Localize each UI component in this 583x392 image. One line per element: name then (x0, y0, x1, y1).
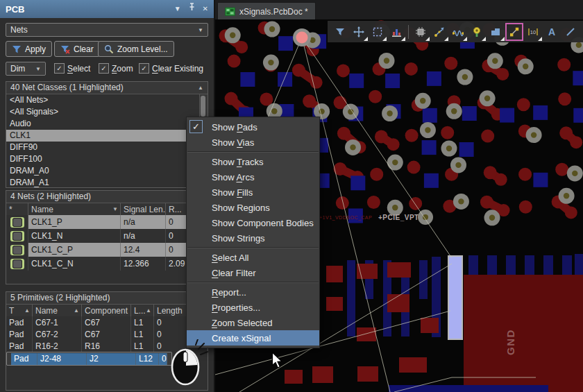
primitives-column-header[interactable]: Component (82, 305, 131, 316)
mouse-click-indicator (167, 339, 210, 389)
highlighted-via[interactable] (293, 28, 311, 46)
net-class-row[interactable]: Audio (6, 118, 200, 130)
net-classes-header[interactable]: 40 Net Classes (1 Highlighted) ▲ (6, 82, 208, 94)
menu-item-show-regions[interactable]: Show Regions (187, 200, 319, 215)
panel-pin-icon[interactable] (188, 0, 196, 18)
net-color-swatch[interactable] (10, 231, 24, 241)
net-class-row[interactable]: DIFF100 (6, 153, 200, 165)
net-name-cell: CLK1_P (28, 215, 121, 229)
toolbar-icon-dimension[interactable]: 10 (524, 23, 542, 41)
net-color-swatch[interactable] (10, 259, 24, 269)
menu-item-label: Show Pads (212, 122, 257, 133)
menu-item-report[interactable]: Report... (187, 284, 319, 300)
sort-asc-icon: ▲ (198, 82, 203, 94)
panel-close-icon[interactable]: ✕ (203, 0, 208, 18)
document-tab[interactable]: xSignals.PcbDoc * (217, 2, 316, 20)
menu-item-show-component-bodies[interactable]: Show Component Bodies (187, 215, 319, 230)
toolbar-icon-text[interactable]: A (543, 23, 561, 41)
option-clear-existing[interactable]: ✓Clear Existing (139, 63, 203, 74)
net-color-swatch[interactable] (10, 217, 24, 228)
sort-desc-icon: ▼ (112, 206, 118, 212)
menu-item-show-vias[interactable]: Show Vias (187, 135, 319, 150)
menu-item-zoom-selected[interactable]: Zoom Selected (187, 315, 319, 330)
primitive-component-cell: R16 (82, 340, 131, 352)
checkbox-icon: ✓ (99, 63, 109, 74)
primitive-row[interactable]: PadC67-1C67L10 (6, 316, 208, 328)
primitive-row[interactable]: PadJ2-48J2L120 (6, 352, 172, 366)
mouse-cursor (271, 352, 285, 370)
menu-item-label: Clear Filter (212, 268, 256, 278)
flyout-indicator (482, 37, 486, 41)
option-select[interactable]: ✓Select (54, 63, 90, 74)
gnd-plane-label: GND (505, 329, 516, 355)
flyout-indicator (401, 37, 405, 41)
net-color-swatch[interactable] (10, 245, 24, 255)
zoom-level-button[interactable]: Zoom Level... (98, 41, 174, 57)
menu-item-select-all[interactable]: Select All (187, 250, 319, 265)
primitive-t-cell: Pad (11, 353, 37, 365)
net-class-row[interactable]: DRAM_A1 (6, 177, 200, 188)
toolbar-icon-length-tuning[interactable] (449, 23, 467, 41)
nets-rows: CLK1_Pn/a0CLK1_Nn/a0CLK1_C_P12.40CLK1_C_… (6, 215, 208, 271)
toolbar-icon-component[interactable] (412, 23, 430, 41)
menu-item-properties[interactable]: Properties... (187, 300, 319, 315)
primitives-column-header[interactable]: L...▲ (131, 305, 154, 316)
checkbox-icon: ✓ (54, 63, 65, 74)
toolbar-icon-board-insight[interactable] (387, 23, 405, 41)
toolbar-icon-select-area[interactable] (369, 23, 387, 41)
clear-button[interactable]: Clear (54, 41, 100, 57)
net-class-row[interactable]: <All Nets> (6, 94, 200, 106)
toolbar-icon-polygon-pour[interactable] (487, 23, 505, 41)
menu-item-clear-filter[interactable]: Clear Filter (187, 265, 319, 280)
net-class-row[interactable]: DRAM_A0 (6, 165, 200, 177)
toolbar-icon-xsignal[interactable] (505, 23, 523, 41)
primitives-column-header[interactable]: Name▲ (33, 305, 82, 316)
highlighted-pad[interactable] (448, 256, 462, 339)
net-class-row[interactable]: <All Signals> (6, 106, 200, 118)
net-row[interactable]: CLK1_Nn/a0 (6, 229, 208, 243)
panel-view-select[interactable]: Nets ▼ (6, 23, 208, 37)
primitive-length-cell: 0 (159, 353, 167, 365)
menu-item-show-fills[interactable]: Show Fills (187, 185, 319, 200)
nets-column-header[interactable]: * (6, 203, 28, 215)
primitive-t-cell: Pad (6, 316, 33, 328)
dim-mode-select[interactable]: Dim ▼ (6, 62, 46, 76)
net-row[interactable]: CLK1_C_N12.3662.09 (6, 257, 208, 271)
scrollbar-thumb[interactable] (201, 96, 205, 117)
nets-header: 4 Nets (2 Highlighted) (6, 191, 208, 203)
primitive-row[interactable]: PadC67-2C67L10 (6, 328, 208, 340)
option-zoom[interactable]: ✓Zoom (99, 63, 133, 74)
menu-item-label: Show Component Bodies (212, 218, 314, 228)
toolbar-icon-move[interactable] (350, 23, 368, 41)
checkmark-icon: ✓ (189, 120, 203, 133)
menu-item-show-arcs[interactable]: Show Arcs (187, 169, 319, 185)
chevron-down-icon: ▼ (35, 66, 41, 72)
nets-column-headers: *Name▼Signal Len...R... (6, 203, 208, 215)
net-color-cell (6, 215, 28, 229)
net-row[interactable]: CLK1_C_P12.40 (6, 243, 208, 257)
net-label: +PCIE_VPTX (378, 214, 424, 221)
panel-title: PCB (6, 4, 167, 15)
toolbar-icon-interactive-route[interactable] (430, 23, 448, 41)
primitives-header: 5 Primitives (2 Highlighted) (6, 292, 208, 305)
toolbar-icon-line[interactable] (561, 23, 580, 41)
net-class-row[interactable]: DIFF90 (6, 142, 200, 153)
menu-item-label: Select All (212, 253, 248, 263)
menu-item-show-strings[interactable]: Show Strings (187, 230, 319, 246)
panel-header: PCB ▼ ✕ (0, 0, 214, 18)
panel-menu-chevron-icon[interactable]: ▼ (174, 0, 181, 18)
apply-button[interactable]: Apply (6, 41, 52, 57)
primitive-layer-cell: L1 (131, 316, 154, 328)
nets-column-header[interactable]: Name▼ (28, 203, 121, 215)
net-class-row[interactable]: CLK1 (6, 130, 200, 142)
flyout-indicator (364, 37, 368, 41)
primitives-column-header[interactable]: T▲ (6, 305, 33, 316)
toolbar-icon-via[interactable] (468, 23, 486, 41)
toolbar-icon-filter[interactable] (331, 23, 349, 41)
net-signal-length-cell: n/a (121, 229, 166, 243)
menu-item-show-tracks[interactable]: Show Tracks (187, 154, 319, 169)
menu-item-show-pads[interactable]: ✓Show Pads (187, 119, 319, 135)
primitive-name-cell: C67-1 (33, 316, 82, 328)
net-row[interactable]: CLK1_Pn/a0 (6, 215, 208, 229)
nets-column-header[interactable]: Signal Len... (121, 203, 166, 215)
